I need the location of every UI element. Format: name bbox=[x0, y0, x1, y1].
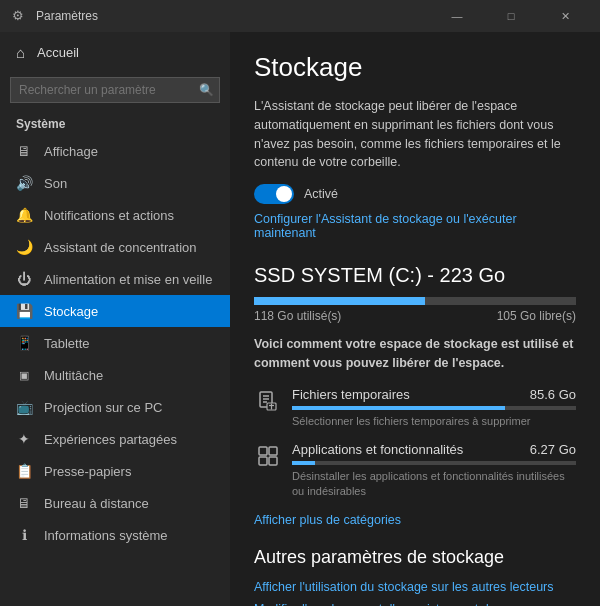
alimentation-icon: ⏻ bbox=[16, 271, 32, 287]
sidebar-item-label-stockage: Stockage bbox=[44, 304, 98, 319]
apps-bar-fill bbox=[292, 461, 315, 465]
sidebar-home-label: Accueil bbox=[37, 45, 79, 60]
apps-content: Applications et fonctionnalités 6.27 Go … bbox=[292, 442, 576, 498]
close-button[interactable]: ✕ bbox=[542, 0, 588, 32]
temp-files-bar bbox=[292, 406, 576, 410]
main-layout: ⌂ Accueil 🔍 Système 🖥 Affichage 🔊 Son 🔔 … bbox=[0, 32, 600, 606]
sidebar-item-label-notifications: Notifications et actions bbox=[44, 208, 174, 223]
son-icon: 🔊 bbox=[16, 175, 32, 191]
config-link[interactable]: Configurer l'Assistant de stockage ou l'… bbox=[254, 212, 576, 240]
more-categories-link[interactable]: Afficher plus de catégories bbox=[254, 513, 401, 527]
sidebar-item-label-multitache: Multitâche bbox=[44, 368, 103, 383]
page-title: Stockage bbox=[254, 52, 576, 83]
svg-rect-9 bbox=[259, 457, 267, 465]
sidebar-item-experiences[interactable]: ✦ Expériences partagées bbox=[0, 423, 230, 455]
notifications-icon: 🔔 bbox=[16, 207, 32, 223]
temp-files-size: 85.6 Go bbox=[530, 387, 576, 402]
apps-name: Applications et fonctionnalités bbox=[292, 442, 463, 457]
temp-files-name: Fichiers temporaires bbox=[292, 387, 410, 402]
apps-header: Applications et fonctionnalités 6.27 Go bbox=[292, 442, 576, 457]
toggle-label: Activé bbox=[304, 187, 338, 201]
temp-files-bar-fill bbox=[292, 406, 505, 410]
apps-icon bbox=[254, 442, 282, 470]
search-icon: 🔍 bbox=[199, 83, 214, 97]
bureau-icon: 🖥 bbox=[16, 495, 32, 511]
sidebar-item-notifications[interactable]: 🔔 Notifications et actions bbox=[0, 199, 230, 231]
temp-files-sub: Sélectionner les fichiers temporaires à … bbox=[292, 415, 530, 427]
temp-files-icon bbox=[254, 387, 282, 415]
svg-rect-8 bbox=[269, 447, 277, 455]
other-storage-title: Autres paramètres de stockage bbox=[254, 547, 576, 568]
sidebar-search: 🔍 bbox=[10, 77, 220, 103]
titlebar-icon: ⚙ bbox=[12, 8, 28, 24]
storage-bar-fill bbox=[254, 297, 425, 305]
temp-files-content: Fichiers temporaires 85.6 Go Sélectionne… bbox=[292, 387, 576, 428]
content-area: Stockage L'Assistant de stockage peut li… bbox=[230, 32, 600, 606]
sidebar-item-label-affichage: Affichage bbox=[44, 144, 98, 159]
apps-bar bbox=[292, 461, 576, 465]
temp-files-header: Fichiers temporaires 85.6 Go bbox=[292, 387, 576, 402]
sidebar-item-alimentation[interactable]: ⏻ Alimentation et mise en veille bbox=[0, 263, 230, 295]
sidebar-item-infos[interactable]: ℹ Informations système bbox=[0, 519, 230, 551]
affichage-icon: 🖥 bbox=[16, 143, 32, 159]
titlebar: ⚙ Paramètres — □ ✕ bbox=[0, 0, 600, 32]
sidebar-item-label-bureau: Bureau à distance bbox=[44, 496, 149, 511]
ssd-title: SSD SYSTEM (C:) - 223 Go bbox=[254, 264, 576, 287]
presse-icon: 📋 bbox=[16, 463, 32, 479]
sidebar-item-stockage[interactable]: 💾 Stockage bbox=[0, 295, 230, 327]
sidebar-item-label-alimentation: Alimentation et mise en veille bbox=[44, 272, 212, 287]
tablette-icon: 📱 bbox=[16, 335, 32, 351]
projection-icon: 📺 bbox=[16, 399, 32, 415]
infos-icon: ℹ bbox=[16, 527, 32, 543]
sidebar-item-son[interactable]: 🔊 Son bbox=[0, 167, 230, 199]
stockage-icon: 💾 bbox=[16, 303, 32, 319]
titlebar-title: Paramètres bbox=[36, 9, 434, 23]
sidebar-item-presse[interactable]: 📋 Presse-papiers bbox=[0, 455, 230, 487]
storage-bar-labels: 118 Go utilisé(s) 105 Go libre(s) bbox=[254, 309, 576, 323]
sidebar-item-label-infos: Informations système bbox=[44, 528, 168, 543]
titlebar-controls: — □ ✕ bbox=[434, 0, 588, 32]
sidebar-item-projection[interactable]: 📺 Projection sur ce PC bbox=[0, 391, 230, 423]
maximize-button[interactable]: □ bbox=[488, 0, 534, 32]
search-input[interactable] bbox=[10, 77, 220, 103]
home-icon: ⌂ bbox=[16, 44, 25, 61]
storage-sense-toggle[interactable] bbox=[254, 184, 294, 204]
sidebar-section-label: Système bbox=[0, 111, 230, 135]
experiences-icon: ✦ bbox=[16, 431, 32, 447]
svg-rect-7 bbox=[259, 447, 267, 455]
sidebar-item-bureau[interactable]: 🖥 Bureau à distance bbox=[0, 487, 230, 519]
storage-bar-container: 118 Go utilisé(s) 105 Go libre(s) bbox=[254, 297, 576, 323]
storage-item-temp[interactable]: Fichiers temporaires 85.6 Go Sélectionne… bbox=[254, 387, 576, 428]
apps-size: 6.27 Go bbox=[530, 442, 576, 457]
multitache-icon: ▣ bbox=[16, 367, 32, 383]
sidebar-item-label-concentration: Assistant de concentration bbox=[44, 240, 196, 255]
storage-description: L'Assistant de stockage peut libérer de … bbox=[254, 97, 576, 172]
sidebar-home-button[interactable]: ⌂ Accueil bbox=[0, 32, 230, 73]
sidebar: ⌂ Accueil 🔍 Système 🖥 Affichage 🔊 Son 🔔 … bbox=[0, 32, 230, 606]
storage-free-label: 105 Go libre(s) bbox=[497, 309, 576, 323]
storage-bar-track bbox=[254, 297, 576, 305]
minimize-button[interactable]: — bbox=[434, 0, 480, 32]
concentration-icon: 🌙 bbox=[16, 239, 32, 255]
toggle-knob bbox=[276, 186, 292, 202]
sidebar-item-label-experiences: Expériences partagées bbox=[44, 432, 177, 447]
sidebar-item-label-presse: Presse-papiers bbox=[44, 464, 131, 479]
storage-info-text: Voici comment votre espace de stockage e… bbox=[254, 335, 576, 373]
other-links: Afficher l'utilisation du stockage sur l… bbox=[254, 580, 576, 607]
sidebar-item-multitache[interactable]: ▣ Multitâche bbox=[0, 359, 230, 391]
sidebar-item-tablette[interactable]: 📱 Tablette bbox=[0, 327, 230, 359]
sidebar-item-label-son: Son bbox=[44, 176, 67, 191]
other-link-2[interactable]: Modifier l'emplacement d'enregistrement … bbox=[254, 602, 576, 607]
storage-used-label: 118 Go utilisé(s) bbox=[254, 309, 341, 323]
sidebar-item-affichage[interactable]: 🖥 Affichage bbox=[0, 135, 230, 167]
toggle-row: Activé bbox=[254, 184, 576, 204]
sidebar-item-label-projection: Projection sur ce PC bbox=[44, 400, 163, 415]
apps-sub: Désinstaller les applications et fonctio… bbox=[292, 470, 565, 497]
other-link-1[interactable]: Afficher l'utilisation du stockage sur l… bbox=[254, 580, 576, 594]
storage-item-apps[interactable]: Applications et fonctionnalités 6.27 Go … bbox=[254, 442, 576, 498]
sidebar-item-label-tablette: Tablette bbox=[44, 336, 90, 351]
sidebar-item-concentration[interactable]: 🌙 Assistant de concentration bbox=[0, 231, 230, 263]
svg-rect-10 bbox=[269, 457, 277, 465]
